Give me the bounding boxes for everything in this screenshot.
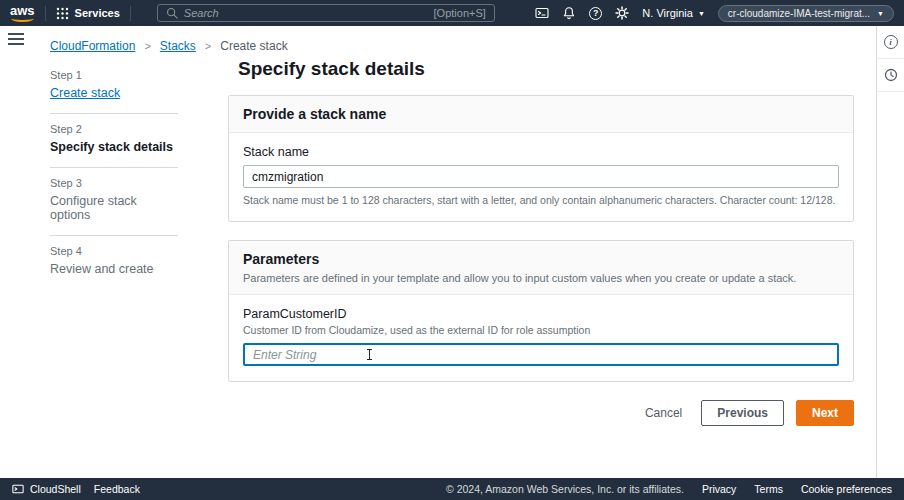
- copyright-text: © 2024, Amazon Web Services, Inc. or its…: [446, 483, 684, 495]
- account-menu[interactable]: cr-cloudamize-IMA-test-migrat... ▼: [718, 5, 894, 22]
- card-title: Parameters: [243, 251, 839, 267]
- chevron-right-icon: >: [144, 40, 150, 52]
- card-header: Provide a stack name: [229, 96, 853, 133]
- chevron-down-icon: ▼: [698, 10, 705, 17]
- step-1-create-stack[interactable]: Step 1 Create stack: [50, 60, 178, 114]
- wizard-steps-nav: Step 1 Create stack Step 2 Specify stack…: [50, 60, 178, 289]
- next-button[interactable]: Next: [796, 400, 854, 426]
- stack-name-card: Provide a stack name Stack name Stack na…: [228, 95, 854, 222]
- stack-name-input[interactable]: [243, 165, 839, 188]
- cancel-button[interactable]: Cancel: [638, 400, 689, 426]
- terminal-icon: [535, 6, 549, 20]
- breadcrumb-cloudformation[interactable]: CloudFormation: [50, 39, 135, 53]
- help-button[interactable]: ?: [589, 7, 602, 20]
- main-content: Specify stack details Provide a stack na…: [228, 58, 854, 426]
- step-label: Configure stack options: [50, 194, 178, 222]
- info-panel-button[interactable]: i: [877, 26, 904, 59]
- divider: [130, 6, 131, 21]
- stack-name-label: Stack name: [243, 145, 839, 159]
- question-icon: ?: [589, 7, 602, 20]
- page-title: Specify stack details: [238, 58, 854, 80]
- breadcrumb-stacks[interactable]: Stacks: [160, 39, 196, 53]
- card-body: ParamCustomerID Customer ID from Cloudam…: [229, 295, 853, 381]
- notifications-button[interactable]: [562, 6, 576, 20]
- breadcrumb: CloudFormation > Stacks > Create stack: [50, 39, 288, 53]
- text-cursor: [369, 349, 370, 360]
- settings-button[interactable]: [615, 6, 629, 20]
- stack-name-helper-text: Stack name must be 1 to 128 characters, …: [243, 194, 839, 206]
- step-label[interactable]: Create stack: [50, 86, 178, 100]
- services-label: Services: [75, 7, 120, 19]
- top-navigation-bar: aws Services Search [Option+S]: [0, 0, 904, 26]
- footer-cookie-preferences-link[interactable]: Cookie preferences: [801, 483, 892, 495]
- recently-visited-button[interactable]: [877, 59, 904, 92]
- bell-icon: [562, 6, 576, 20]
- parameters-description: Parameters are defined in your template …: [243, 272, 839, 284]
- param-customer-id-helper: Customer ID from Cloudamize, used as the…: [243, 324, 839, 336]
- step-label: Review and create: [50, 262, 178, 276]
- wizard-actions: Cancel Previous Next: [228, 400, 854, 426]
- search-icon: [166, 7, 178, 19]
- region-label: N. Virginia: [642, 7, 693, 19]
- footer-cloudshell-button[interactable]: CloudShell: [12, 483, 81, 495]
- footer-right: © 2024, Amazon Web Services, Inc. or its…: [446, 483, 892, 495]
- param-customer-id-label: ParamCustomerID: [243, 307, 839, 321]
- search-input[interactable]: Search [Option+S]: [157, 4, 495, 22]
- services-menu-button[interactable]: Services: [56, 7, 120, 20]
- step-number: Step 3: [50, 177, 178, 189]
- chevron-down-icon: ▼: [877, 10, 884, 17]
- info-icon: i: [884, 35, 898, 49]
- parameters-card: Parameters Parameters are defined in you…: [228, 240, 854, 382]
- step-number: Step 1: [50, 69, 178, 81]
- console-footer: CloudShell Feedback © 2024, Amazon Web S…: [0, 478, 904, 500]
- previous-button[interactable]: Previous: [701, 400, 784, 426]
- step-3-configure-stack-options: Step 3 Configure stack options: [50, 168, 178, 236]
- divider: [45, 6, 46, 21]
- card-body: Stack name Stack name must be 1 to 128 c…: [229, 133, 853, 221]
- account-label: cr-cloudamize-IMA-test-migrat...: [728, 8, 870, 19]
- footer-feedback-button[interactable]: Feedback: [94, 483, 140, 495]
- search-shortcut-hint: [Option+S]: [434, 7, 486, 19]
- step-number: Step 2: [50, 123, 178, 135]
- step-2-specify-stack-details: Step 2 Specify stack details: [50, 114, 178, 168]
- breadcrumb-current: Create stack: [220, 39, 287, 53]
- aws-logo[interactable]: aws: [10, 4, 35, 22]
- search-placeholder: Search: [184, 7, 428, 19]
- param-input-wrapper: [243, 343, 839, 366]
- region-selector[interactable]: N. Virginia ▼: [642, 7, 704, 19]
- cloudshell-label: CloudShell: [30, 483, 81, 495]
- side-menu-toggle[interactable]: [8, 33, 24, 48]
- step-4-review-and-create: Step 4 Review and create: [50, 236, 178, 289]
- card-header: Parameters Parameters are defined in you…: [229, 241, 853, 295]
- card-title: Provide a stack name: [243, 106, 839, 122]
- terminal-icon: [12, 483, 24, 495]
- gear-icon: [615, 6, 629, 20]
- footer-terms-link[interactable]: Terms: [754, 483, 783, 495]
- topbar-right-cluster: ? N. Virginia ▼ cr-cloudamize-IMA-test-m…: [535, 5, 894, 22]
- feedback-label: Feedback: [94, 483, 140, 495]
- param-customer-id-input[interactable]: [243, 343, 839, 366]
- chevron-right-icon: >: [205, 40, 211, 52]
- cloudshell-button[interactable]: [535, 6, 549, 20]
- grid-icon: [56, 7, 69, 20]
- step-number: Step 4: [50, 245, 178, 257]
- clock-icon: [884, 68, 898, 82]
- step-label: Specify stack details: [50, 140, 178, 154]
- hamburger-icon: [8, 33, 24, 35]
- right-tools-rail: i: [876, 26, 904, 478]
- footer-privacy-link[interactable]: Privacy: [702, 483, 736, 495]
